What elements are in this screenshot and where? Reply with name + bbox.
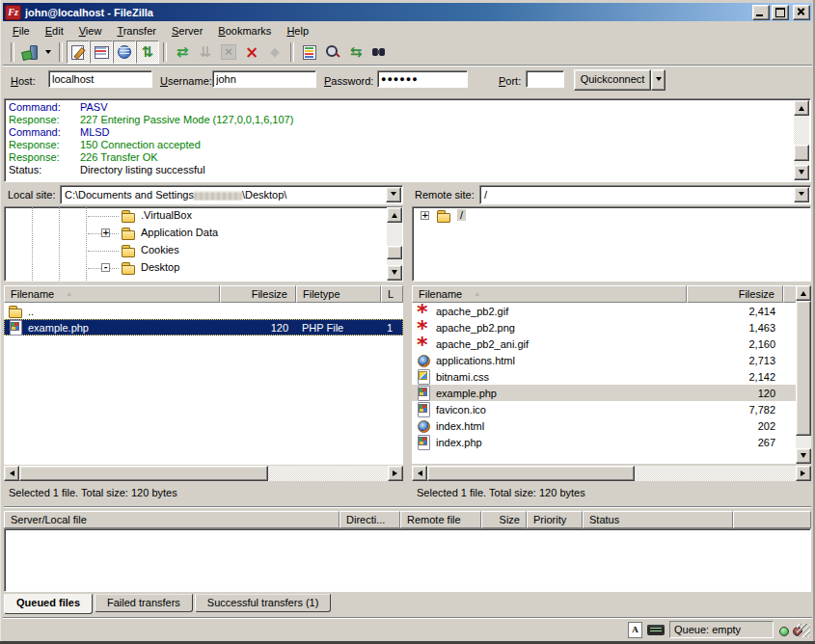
- log-line-label: Status:: [9, 164, 80, 176]
- file-row[interactable]: apache_pb2.gif 2,414: [412, 303, 796, 319]
- abort-button[interactable]: ◆: [263, 40, 286, 64]
- activity-led-green: [779, 627, 789, 636]
- scroll-right-button[interactable]: [388, 466, 403, 481]
- ico-file-icon: [416, 402, 431, 417]
- queue-column-header[interactable]: Server/Local file: [4, 511, 340, 528]
- queue-column-header[interactable]: Remote file: [400, 511, 481, 528]
- scrollbar-thumb[interactable]: [19, 466, 268, 481]
- arrow-right-icon: [393, 470, 400, 476]
- speed-limit-icon[interactable]: [647, 625, 665, 635]
- scroll-up-button[interactable]: [796, 285, 811, 301]
- quickconnect-dropdown[interactable]: [651, 69, 666, 91]
- toggle-local-tree-button[interactable]: [90, 40, 113, 64]
- column-header-modified[interactable]: L: [381, 285, 403, 303]
- dropdown-arrow-icon: [391, 192, 396, 199]
- queue-list[interactable]: [4, 528, 811, 592]
- log-line: Command: PASV: [9, 101, 791, 114]
- cancel-button[interactable]: ×: [217, 40, 240, 64]
- file-row[interactable]: apache_pb2_ani.gif 2,160: [412, 335, 796, 352]
- file-row[interactable]: apache_pb2.png 1,463: [412, 319, 796, 335]
- minimize-button[interactable]: [752, 5, 770, 20]
- find-files-button[interactable]: [367, 40, 391, 64]
- tree-expander[interactable]: [101, 228, 110, 237]
- port-input[interactable]: [526, 70, 564, 88]
- menu-item[interactable]: File: [5, 23, 38, 39]
- scroll-up-button[interactable]: [794, 100, 809, 116]
- quickconnect-button[interactable]: Quickconnect: [574, 69, 651, 91]
- process-queue-button[interactable]: ⇊: [194, 40, 217, 64]
- filter-button[interactable]: [298, 40, 321, 64]
- transfer-type-icon[interactable]: A: [628, 622, 642, 638]
- sync-arrows-icon: ⇆: [350, 44, 363, 60]
- scrollbar-thumb[interactable]: [796, 301, 811, 436]
- queue-tab[interactable]: Queued files: [4, 594, 93, 614]
- remote-file-list: apache_pb2.gif 2,414 apache_pb2.png 1,46…: [412, 303, 796, 464]
- scroll-left-button[interactable]: [412, 466, 427, 481]
- file-row[interactable]: applications.html 2,713: [412, 352, 796, 368]
- arrow-right-icon: [801, 470, 808, 476]
- tree-item[interactable]: Application Data: [5, 225, 387, 242]
- scroll-down-button[interactable]: [796, 448, 811, 464]
- column-header-filename[interactable]: Filename: [412, 285, 687, 303]
- file-row[interactable]: example.php 120 PHP File 1: [4, 319, 403, 335]
- tree-expander[interactable]: [421, 211, 429, 220]
- refresh-button[interactable]: ⇄: [171, 40, 194, 64]
- resize-grip[interactable]: [797, 624, 810, 637]
- close-button[interactable]: [793, 5, 810, 20]
- file-row[interactable]: ..: [4, 303, 403, 319]
- queue-column-header[interactable]: Status: [583, 511, 733, 528]
- host-input[interactable]: [48, 70, 152, 88]
- app-icon[interactable]: Fz: [5, 5, 21, 20]
- queue-tab[interactable]: Failed transfers: [95, 594, 193, 612]
- column-header-filetype[interactable]: Filetype: [296, 285, 381, 303]
- maximize-button[interactable]: [772, 5, 789, 20]
- remote-site-combo[interactable]: /: [479, 185, 811, 204]
- file-row[interactable]: index.php 267: [412, 434, 796, 450]
- password-input[interactable]: [377, 70, 468, 88]
- scrollbar-thumb[interactable]: [794, 145, 809, 161]
- username-input[interactable]: [212, 70, 316, 88]
- queue-column-header[interactable]: Priority: [527, 511, 583, 528]
- file-row[interactable]: index.html 202: [412, 417, 796, 434]
- column-header-filesize[interactable]: Filesize: [220, 285, 296, 303]
- local-site-dropdown[interactable]: [386, 187, 401, 202]
- tree-item[interactable]: Desktop: [5, 259, 387, 277]
- column-header-filename[interactable]: Filename: [4, 285, 220, 303]
- scrollbar-thumb[interactable]: [387, 246, 402, 259]
- file-row[interactable]: example.php 120: [412, 385, 796, 401]
- toggle-remote-tree-button[interactable]: [113, 40, 136, 64]
- disconnect-button[interactable]: ×: [240, 40, 263, 64]
- title-bar[interactable]: Fz john@localhost - FileZilla: [3, 3, 812, 21]
- toggle-message-log-button[interactable]: [67, 40, 90, 64]
- scroll-down-button[interactable]: [387, 265, 402, 281]
- menu-item[interactable]: View: [71, 23, 110, 39]
- synchronized-browsing-button[interactable]: ⇆: [344, 40, 367, 64]
- scroll-right-button[interactable]: [796, 466, 811, 481]
- queue-column-header[interactable]: Size: [481, 511, 527, 528]
- local-site-combo[interactable]: C:\Documents and Settings\Desktop\: [60, 185, 403, 204]
- scroll-up-button[interactable]: [387, 207, 402, 223]
- site-manager-dropdown[interactable]: [41, 40, 55, 64]
- column-header-filesize[interactable]: Filesize: [687, 285, 783, 303]
- scroll-down-button[interactable]: [794, 165, 809, 180]
- menu-item[interactable]: Transfer: [109, 23, 164, 39]
- file-row[interactable]: favicon.ico 7,782: [412, 401, 796, 417]
- menu-item[interactable]: Help: [279, 23, 316, 39]
- queue-column-header[interactable]: Directi...: [340, 511, 400, 528]
- tree-expander[interactable]: [101, 263, 110, 272]
- tree-item[interactable]: /: [413, 207, 810, 225]
- remote-site-dropdown[interactable]: [794, 187, 809, 202]
- menu-item[interactable]: Edit: [38, 23, 71, 39]
- queue-tab[interactable]: Successful transfers (1): [195, 594, 332, 612]
- tree-item[interactable]: .VirtualBox: [5, 207, 387, 225]
- toggle-queue-button[interactable]: ⇅: [136, 40, 159, 64]
- tree-item[interactable]: Cookies: [5, 242, 387, 259]
- scrollbar-thumb[interactable]: [427, 466, 635, 481]
- menu-item[interactable]: Server: [164, 23, 210, 39]
- queue-column-header[interactable]: [733, 511, 811, 528]
- site-manager-button[interactable]: [18, 40, 41, 64]
- directory-comparison-button[interactable]: [321, 40, 344, 64]
- file-row[interactable]: bitnami.css 2,142: [412, 368, 796, 385]
- menu-item[interactable]: Bookmarks: [210, 23, 279, 39]
- scroll-left-button[interactable]: [4, 466, 19, 481]
